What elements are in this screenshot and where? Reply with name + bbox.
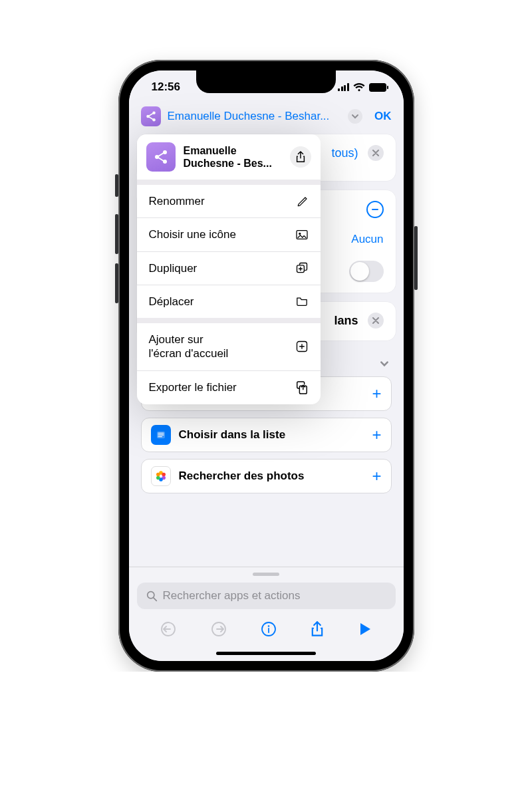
svg-point-18 (147, 591, 154, 598)
remove-card-button[interactable] (368, 313, 384, 329)
battery-icon (369, 83, 386, 92)
minus-icon (371, 205, 379, 213)
grab-handle[interactable] (253, 573, 279, 576)
share-icon (295, 151, 306, 163)
shortcut-app-icon (146, 142, 176, 172)
share-button[interactable] (290, 146, 311, 168)
suggestion-label: Choisir dans la liste (179, 428, 286, 442)
menu-separator (137, 318, 321, 323)
search-input[interactable]: Rechercher apps et actions (137, 583, 396, 609)
add-suggestion-button[interactable]: + (372, 426, 381, 444)
menu-item-choose-icon[interactable]: Choisir une icône (137, 218, 321, 251)
notch (196, 70, 336, 93)
info-icon (261, 621, 277, 637)
share-nodes-icon (145, 110, 157, 122)
play-icon (358, 622, 372, 636)
context-menu-header: Emanuelle Duchesne - Bes... (137, 134, 321, 180)
svg-point-8 (156, 476, 160, 480)
header-title[interactable]: Emanuelle Duchesne - Beshar... (168, 110, 342, 123)
plus-square-icon (295, 340, 309, 353)
menu-item-move[interactable]: Déplacer (137, 285, 321, 318)
card1-param[interactable]: tous) (331, 146, 358, 160)
svg-point-9 (156, 473, 160, 477)
side-button-power (414, 226, 418, 290)
photos-icon (151, 466, 171, 486)
share-icon (311, 621, 324, 637)
side-button-vol-up (115, 214, 118, 254)
image-icon (295, 229, 309, 240)
header: Emanuelle Duchesne - Beshar... OK (129, 104, 404, 134)
menu-group-2: Ajouter sur l'écran d'accueil Exporter l… (137, 323, 321, 404)
card2-value[interactable]: Aucun (351, 233, 383, 246)
menu-separator (137, 180, 321, 185)
side-button-silent (115, 174, 118, 197)
svg-point-5 (162, 473, 166, 477)
suggestion-item[interactable]: Choisir dans la liste + (141, 418, 392, 452)
svg-point-14 (299, 233, 301, 235)
suggestion-item[interactable]: Rechercher des photos + (141, 459, 392, 493)
search-icon (146, 591, 158, 602)
home-indicator[interactable] (216, 652, 316, 655)
status-time: 12:56 (152, 80, 180, 94)
share-nodes-icon (153, 149, 169, 165)
duplicate-icon (295, 261, 309, 275)
add-suggestion-button[interactable]: + (372, 467, 381, 485)
pencil-icon (297, 196, 309, 207)
context-menu-title: Emanuelle Duchesne - Bes... (184, 144, 282, 170)
context-menu: Emanuelle Duchesne - Bes... Renommer Cho… (137, 134, 321, 404)
header-chevron-button[interactable] (348, 109, 362, 124)
export-file-icon (295, 380, 309, 395)
chevron-down-icon (351, 112, 359, 120)
side-button-vol-down (115, 263, 118, 303)
ok-button[interactable]: OK (374, 110, 392, 123)
bottom-panel: Rechercher apps et actions (129, 567, 404, 661)
collapse-button[interactable] (366, 201, 384, 218)
toggle-switch[interactable] (349, 261, 384, 282)
menu-item-duplicate[interactable]: Dupliquer (137, 252, 321, 285)
menu-item-add-homescreen[interactable]: Ajouter sur l'écran d'accueil (137, 323, 321, 371)
redo-button[interactable] (211, 621, 227, 637)
svg-point-22 (268, 625, 270, 627)
status-icons (338, 83, 386, 92)
toolbar (137, 609, 396, 654)
content-area: tous) Aucun (129, 134, 404, 493)
search-placeholder: Rechercher apps et actions (163, 589, 301, 602)
menu-item-rename[interactable]: Renommer (137, 185, 321, 218)
shortcut-app-icon[interactable] (141, 106, 161, 126)
folder-icon (295, 296, 309, 307)
menu-item-export-file[interactable]: Exporter le fichier (137, 371, 321, 404)
play-button[interactable] (358, 622, 372, 636)
redo-icon (211, 621, 227, 637)
cellular-icon (338, 83, 349, 91)
screen: 12:56 Emanuelle Duchesne - Beshar... OK (129, 70, 404, 661)
close-icon (372, 317, 379, 324)
add-suggestion-button[interactable]: + (372, 384, 381, 403)
list-icon (151, 425, 171, 445)
chevron-down-icon (380, 359, 389, 368)
card3-label: lans (334, 314, 358, 328)
share-button[interactable] (311, 621, 324, 637)
remove-card-button[interactable] (368, 145, 384, 161)
undo-button[interactable] (160, 621, 176, 637)
wifi-icon (353, 83, 365, 92)
info-button[interactable] (261, 621, 277, 637)
menu-group-1: Renommer Choisir une icône Dupliquer Dép… (137, 185, 321, 318)
phone-frame: 12:56 Emanuelle Duchesne - Beshar... OK (118, 60, 414, 672)
undo-icon (160, 621, 176, 637)
close-icon (372, 150, 379, 156)
suggestion-label: Rechercher des photos (179, 469, 305, 483)
